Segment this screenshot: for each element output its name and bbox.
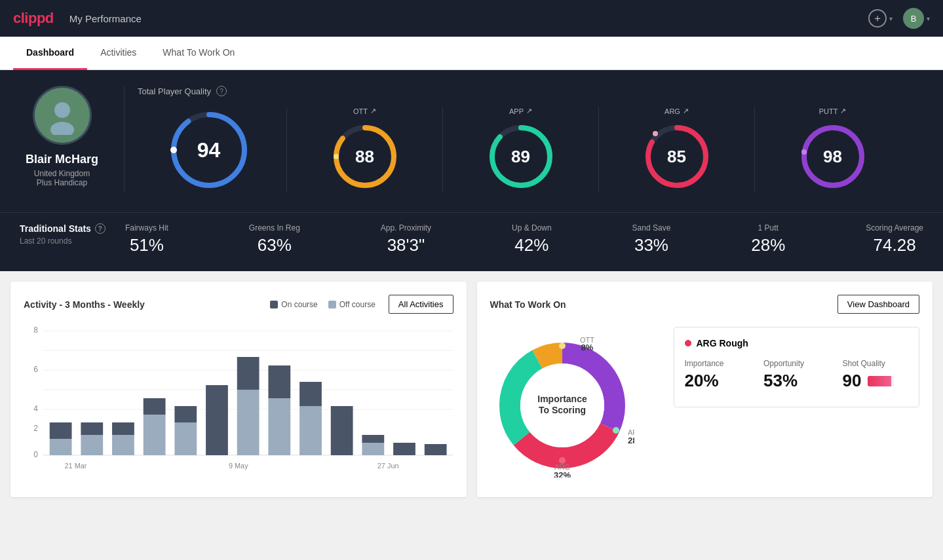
svg-rect-31 <box>81 422 103 435</box>
all-activities-button[interactable]: All Activities <box>389 295 453 314</box>
activity-chart-panel: Activity - 3 Months - Weekly On course O… <box>10 282 467 497</box>
stat-app-proximity-label: App. Proximity <box>381 223 431 233</box>
stat-1-putt-label: 1 Putt <box>758 223 779 233</box>
what-to-work-on-panel: What To Work On View Dashboard Importanc… <box>477 282 933 497</box>
svg-rect-48 <box>393 443 415 455</box>
stat-scoring-average-value: 74.28 <box>874 235 916 255</box>
quality-section: Total Player Quality ? 94 OTT <box>125 86 923 193</box>
app-trend-icon: ↗ <box>526 107 532 115</box>
gauges-row: 94 OTT ↗ 88 <box>138 107 910 193</box>
stat-scoring-average: Scoring Average 74.28 <box>866 223 923 255</box>
avatar-button[interactable]: B ▾ <box>903 8 930 29</box>
svg-rect-39 <box>237 390 260 455</box>
svg-text:To Scoring: To Scoring <box>538 405 585 415</box>
svg-rect-29 <box>50 422 72 439</box>
stat-greens-in-reg-label: Greens In Reg <box>249 223 300 233</box>
importance-value: 20% <box>685 371 751 391</box>
stat-fairways-hit-value: 51% <box>130 235 164 255</box>
avatar: B <box>903 8 924 29</box>
player-handicap: Plus Handicap <box>37 178 87 187</box>
trad-stats-label: Traditional Stats ? Last 20 rounds <box>20 223 125 246</box>
svg-text:2: 2 <box>33 424 38 433</box>
svg-point-13 <box>653 131 658 136</box>
svg-rect-36 <box>174 422 197 455</box>
arg-rough-card: ARG Rough Importance 20% Opportunity 53%… <box>674 327 920 407</box>
logo: clippd <box>13 10 54 27</box>
gauge-ott-value: 88 <box>355 147 374 167</box>
gauge-app: APP ↗ 89 <box>443 107 599 193</box>
svg-rect-30 <box>81 435 103 455</box>
trad-help-icon[interactable]: ? <box>95 223 106 234</box>
svg-text:27 Jun: 27 Jun <box>377 462 399 470</box>
shot-quality-value: 90 <box>843 371 862 391</box>
wtwon-header: What To Work On View Dashboard <box>490 295 920 314</box>
svg-point-1 <box>50 122 74 135</box>
bottom-panels: Activity - 3 Months - Weekly On course O… <box>0 271 943 508</box>
stat-sand-save: Sand Save 33% <box>632 223 671 255</box>
on-course-legend-dot <box>270 301 278 308</box>
view-dashboard-button[interactable]: View Dashboard <box>837 295 919 314</box>
chevron-down-icon: ▾ <box>889 15 893 22</box>
activity-chart-title: Activity - 3 Months - Weekly <box>24 299 145 310</box>
svg-rect-40 <box>237 357 260 390</box>
quality-header: Total Player Quality ? <box>138 86 910 96</box>
svg-text:9 May: 9 May <box>229 462 248 470</box>
gauge-app-label: APP ↗ <box>509 107 532 115</box>
stats-panel: Blair McHarg United Kingdom Plus Handica… <box>0 70 943 212</box>
svg-text:8: 8 <box>33 326 38 335</box>
activity-chart-area: 8 6 4 2 0 <box>24 324 453 481</box>
svg-rect-32 <box>112 435 134 455</box>
wtwon-title: What To Work On <box>490 299 566 310</box>
gauge-total: 94 <box>138 107 287 193</box>
svg-rect-42 <box>268 365 290 398</box>
gauge-putt-value: 98 <box>823 147 842 167</box>
tab-dashboard[interactable]: Dashboard <box>13 37 87 70</box>
svg-rect-46 <box>362 443 384 455</box>
svg-rect-28 <box>50 439 72 455</box>
svg-text:6: 6 <box>33 365 38 374</box>
gauge-ott: OTT ↗ 88 <box>287 107 443 193</box>
activity-header: Activity - 3 Months - Weekly On course O… <box>24 295 453 314</box>
importance-stat: Importance 20% <box>685 359 751 391</box>
stat-up-and-down-label: Up & Down <box>512 223 552 233</box>
on-course-legend-label: On course <box>281 300 317 309</box>
svg-point-4 <box>170 147 177 153</box>
svg-point-60 <box>559 343 566 349</box>
svg-text:32%: 32% <box>553 470 570 477</box>
arg-trend-icon: ↗ <box>683 107 689 115</box>
gauge-putt-label: PUTT ↗ <box>819 107 847 115</box>
tab-activities[interactable]: Activities <box>87 37 149 70</box>
svg-text:0: 0 <box>33 450 38 459</box>
quality-mini-bar-fill <box>868 376 891 386</box>
stat-scoring-average-label: Scoring Average <box>866 223 923 233</box>
add-button[interactable]: ＋ ▾ <box>868 9 893 28</box>
gauge-ott-label: OTT ↗ <box>353 107 376 115</box>
tab-what-to-work-on[interactable]: What To Work On <box>149 37 248 70</box>
help-icon[interactable]: ? <box>216 86 227 96</box>
player-country: United Kingdom <box>34 169 90 178</box>
stat-1-putt: 1 Putt 28% <box>751 223 785 255</box>
wtwon-content: Importance To Scoring OTT 8% APP 28% ARG <box>490 327 920 484</box>
ott-trend-icon: ↗ <box>370 107 376 115</box>
svg-rect-45 <box>331 406 353 455</box>
svg-rect-49 <box>425 444 447 455</box>
stat-sand-save-value: 33% <box>634 235 668 255</box>
player-info: Blair McHarg United Kingdom Plus Handica… <box>20 86 125 193</box>
svg-text:21 Mar: 21 Mar <box>64 462 87 470</box>
gauge-arg: ARG ↗ 85 <box>599 107 755 193</box>
off-course-legend-dot <box>328 301 336 308</box>
svg-rect-43 <box>299 406 322 455</box>
quality-mini-bar-bg <box>868 376 894 386</box>
stat-app-proximity: App. Proximity 38'3" <box>381 223 431 255</box>
svg-text:4: 4 <box>33 404 38 413</box>
gauge-putt: PUTT ↗ 98 <box>755 107 910 193</box>
donut-chart-svg: Importance To Scoring OTT 8% APP 28% ARG <box>490 333 634 477</box>
arg-rough-stats: Importance 20% Opportunity 53% Shot Qual… <box>685 359 909 391</box>
svg-rect-44 <box>299 382 322 406</box>
legend-off-course: Off course <box>328 300 375 309</box>
stat-app-proximity-value: 38'3" <box>387 235 425 255</box>
stat-up-and-down: Up & Down 42% <box>512 223 552 255</box>
stat-up-and-down-value: 42% <box>514 235 548 255</box>
gauge-app-value: 89 <box>511 147 530 167</box>
player-avatar <box>33 86 92 145</box>
